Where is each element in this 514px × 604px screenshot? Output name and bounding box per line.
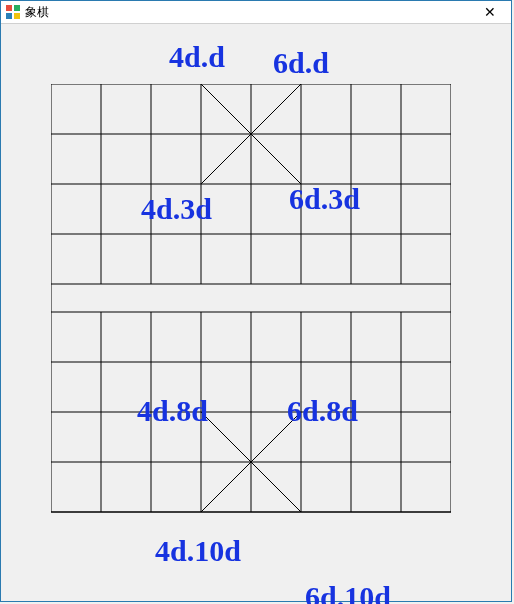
title-bar: 象棋 ✕ — [1, 1, 511, 24]
svg-rect-3 — [14, 13, 20, 19]
close-button[interactable]: ✕ — [473, 2, 507, 22]
window-title: 象棋 — [25, 4, 49, 21]
svg-rect-1 — [14, 5, 20, 11]
xiangqi-board — [51, 84, 451, 562]
board-svg — [51, 84, 451, 562]
handwritten-annotation: 4d.d — [169, 40, 225, 74]
svg-rect-0 — [6, 5, 12, 11]
client-area: 4d.d6d.d4d.3d6d.3d4d.8d6d.8d4d.10d6d.10d — [1, 24, 511, 602]
handwritten-annotation: 6d.d — [273, 46, 329, 80]
close-icon: ✕ — [484, 4, 496, 20]
application-window: 象棋 ✕ 4d.d6d.d4d.3d6d.3d4d.8d6d.8d4d.10d6… — [0, 0, 512, 602]
svg-rect-2 — [6, 13, 12, 19]
handwritten-annotation: 6d.10d — [305, 580, 391, 604]
app-icon — [5, 4, 21, 20]
